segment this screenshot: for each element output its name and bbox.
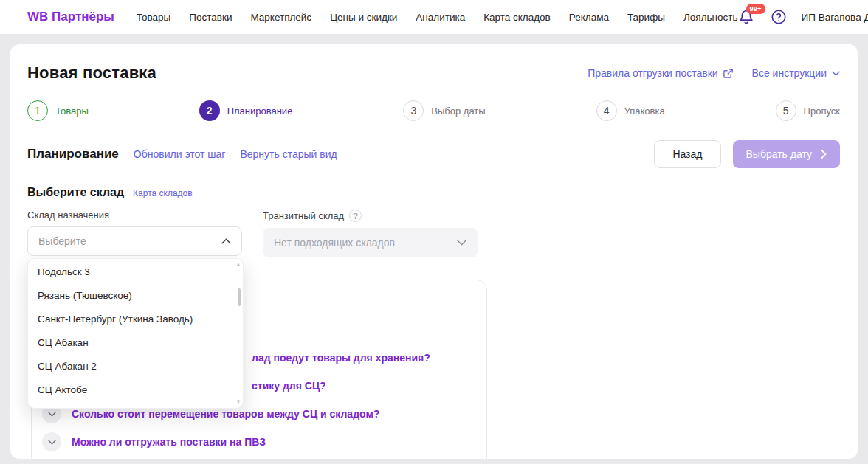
chevron-down-icon [832, 71, 840, 76]
scrollbar-down-arrow[interactable]: ▼ [235, 399, 241, 405]
step-4-packaging[interactable]: 4 Упаковка [596, 100, 665, 121]
new-supply-card: Новая поставка Правила отгрузки поставки… [10, 44, 858, 459]
step-5-pass[interactable]: 5 Пропуск [776, 100, 840, 121]
select-value: Нет подходящих складов [274, 237, 395, 249]
notifications-button[interactable]: 99+ [738, 8, 756, 26]
nav-item-marketplace[interactable]: Маркетплейс [250, 12, 311, 23]
topbar-right-group: 99+ ИП Вагапова Д. Р. [738, 8, 868, 26]
step-2-planning[interactable]: 2 Планирование [199, 100, 293, 121]
old-view-link[interactable]: Вернуть старый вид [240, 148, 337, 160]
dropdown-option[interactable]: Рязань (Тюшевское) [28, 284, 243, 308]
transit-help-icon[interactable]: ? [349, 210, 362, 222]
back-button[interactable]: Назад [654, 140, 720, 168]
transit-warehouse-label: Транзитный склад ? [263, 210, 478, 222]
page-header-row: Новая поставка Правила отгрузки поставки… [27, 63, 840, 83]
shipping-rules-link[interactable]: Правила отгрузки поставки [588, 67, 732, 79]
wb-partners-logo[interactable]: WB Партнёры [27, 10, 114, 24]
choose-date-button[interactable]: Выбрать дату [733, 140, 841, 168]
stepper-connector [497, 111, 585, 111]
dropdown-option[interactable]: Санкт-Петербург (Уткина Заводь) [28, 308, 243, 331]
dropdown-scrollbar[interactable] [238, 288, 241, 306]
nav-item-warehouse-map[interactable]: Карта складов [483, 12, 551, 23]
nav-item-ads[interactable]: Реклама [569, 12, 609, 23]
planning-title: Планирование [27, 147, 119, 162]
user-name: ИП Вагапова Д. Р. [802, 12, 868, 23]
dropdown-option[interactable]: СЦ Актобе [28, 378, 243, 402]
destination-warehouse-field: Склад назначения Выберите Подольск 3 Ряз… [27, 210, 242, 257]
chevron-right-icon [821, 150, 827, 159]
choose-warehouse-row: Выберите склад Карта складов [27, 186, 840, 199]
choose-warehouse-title: Выберите склад [27, 186, 124, 199]
planning-action-buttons: Назад Выбрать дату [654, 140, 840, 168]
nav-item-prices[interactable]: Цены и скидки [330, 12, 397, 23]
help-button[interactable] [771, 9, 787, 25]
page-title: Новая поставка [27, 63, 156, 83]
destination-warehouse-select[interactable]: Выберите [27, 226, 242, 256]
nav-item-supplies[interactable]: Поставки [189, 12, 232, 23]
transit-warehouse-field: Транзитный склад ? Нет подходящих складо… [263, 210, 478, 257]
user-account-menu[interactable]: ИП Вагапова Д. Р. [802, 12, 868, 23]
chevron-up-icon [221, 238, 231, 244]
select-placeholder: Выберите [38, 235, 86, 247]
external-link-icon [723, 69, 733, 78]
page-header-links: Правила отгрузки поставки Все инструкции [588, 67, 840, 79]
scrollbar-up-arrow[interactable]: ▲ [235, 262, 241, 268]
transit-warehouse-select: Нет подходящих складов [263, 228, 478, 257]
nav-item-tariffs[interactable]: Тарифы [627, 12, 665, 23]
dropdown-option[interactable]: СЦ Абакан 2 [28, 355, 243, 378]
all-instructions-link[interactable]: Все инструкции [752, 67, 840, 79]
warehouse-map-link[interactable]: Карта складов [133, 188, 193, 198]
chevron-down-icon [42, 432, 61, 451]
main-nav: Товары Поставки Маркетплейс Цены и скидк… [137, 12, 738, 23]
step-3-date[interactable]: 3 Выбор даты [403, 100, 485, 121]
destination-warehouse-label: Склад назначения [27, 210, 242, 221]
warehouse-form-row: Склад назначения Выберите Подольск 3 Ряз… [27, 210, 840, 257]
faq-item[interactable]: Можно ли отгружать поставки на ПВЗ [42, 431, 472, 453]
question-mark-icon [771, 9, 787, 25]
stepper-connector [100, 111, 187, 111]
step-updated-link[interactable]: Обновили этот шаг [134, 148, 226, 160]
dropdown-option[interactable]: СЦ Абакан [28, 331, 243, 355]
nav-item-loyalty[interactable]: Лояльность [683, 12, 738, 23]
dropdown-option[interactable]: Подольск 3 [28, 260, 243, 284]
stepper-connector [677, 111, 764, 111]
planning-header-row: Планирование Обновили этот шаг Вернуть с… [27, 140, 840, 168]
top-navigation-bar: WB Партнёры Товары Поставки Маркетплейс … [0, 0, 868, 34]
step-1-goods[interactable]: 1 Товары [27, 100, 89, 121]
chevron-down-icon [457, 240, 466, 246]
nav-item-goods[interactable]: Товары [137, 12, 170, 23]
warehouse-dropdown-list: Подольск 3 Рязань (Тюшевское) Санкт-Пете… [27, 258, 244, 409]
supply-stepper: 1 Товары 2 Планирование 3 Выбор даты 4 У… [27, 100, 840, 121]
notifications-count-badge: 99+ [746, 4, 765, 14]
stepper-connector [304, 111, 391, 111]
nav-item-analytics[interactable]: Аналитика [416, 12, 465, 23]
